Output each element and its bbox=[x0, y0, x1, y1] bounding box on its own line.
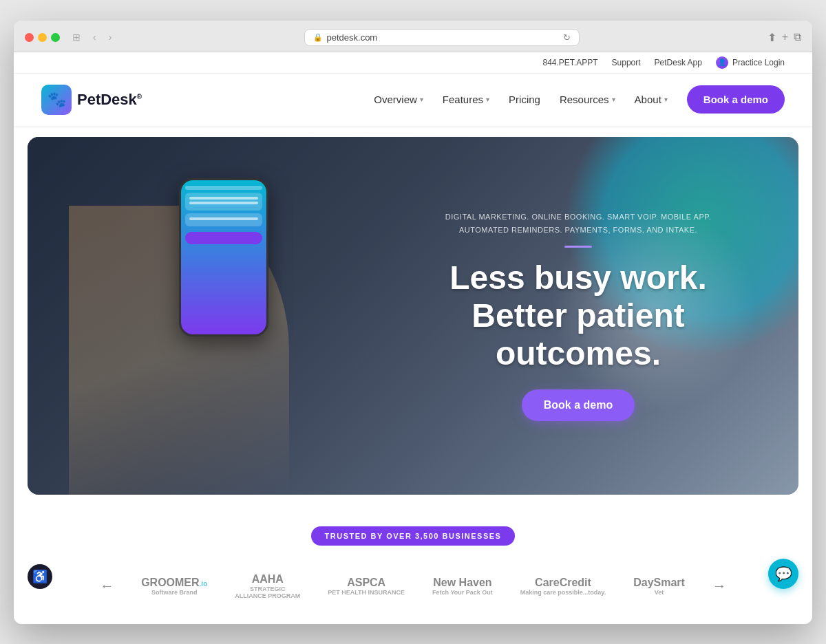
browser-controls: ⊞ ‹ › bbox=[68, 30, 116, 44]
phone-mockup bbox=[179, 178, 268, 336]
lock-icon: 🔒 bbox=[313, 33, 323, 42]
website-content: 844.PET.APPT Support PetDesk App 👤 Pract… bbox=[14, 52, 812, 624]
phone-card-line bbox=[189, 197, 258, 200]
nav-pricing[interactable]: Pricing bbox=[509, 94, 540, 105]
partner-sub: STRATEGICALLIANCE PROGRAM bbox=[235, 586, 300, 599]
phone-card-line bbox=[189, 202, 258, 204]
partner-logo-newhaven: New Haven Fetch Your Pack Out bbox=[432, 577, 493, 596]
nav-features[interactable]: Features ▾ bbox=[443, 94, 489, 105]
tabs-icon[interactable]: ⧉ bbox=[794, 31, 801, 44]
practice-login-icon: 👤 bbox=[716, 56, 728, 69]
sidebar-toggle[interactable]: ⊞ bbox=[68, 30, 85, 44]
partner-sub: PET HEALTH INSURANCE bbox=[328, 589, 405, 596]
nav-resources[interactable]: Resources ▾ bbox=[560, 94, 615, 105]
practice-login-label: Practice Login bbox=[732, 58, 785, 67]
traffic-lights bbox=[25, 33, 60, 42]
new-tab-icon[interactable]: + bbox=[782, 31, 788, 44]
phone-card-line bbox=[189, 217, 258, 220]
nav-overview[interactable]: Overview ▾ bbox=[374, 94, 423, 105]
nav-about-label: About bbox=[635, 94, 661, 105]
partner-logo-groomer: GROOMER.io Software Brand bbox=[141, 577, 207, 596]
partner-sub: Software Brand bbox=[141, 589, 207, 596]
phone-screen-card-2 bbox=[185, 213, 262, 226]
phone-link[interactable]: 844.PET.APPT bbox=[543, 58, 598, 67]
partner-name: CareCredit bbox=[535, 577, 591, 588]
phone-screen-bar bbox=[185, 186, 262, 190]
hero-subtitle-line1: DIGITAL MARKETING. ONLINE BOOKING. SMART… bbox=[445, 212, 711, 220]
address-bar[interactable]: 🔒 petdesk.com ↻ bbox=[304, 29, 580, 46]
accessibility-icon: ♿ bbox=[32, 569, 47, 584]
logo-text: PetDesk® bbox=[77, 91, 142, 109]
partner-sub: Fetch Your Pack Out bbox=[432, 589, 493, 596]
refresh-icon[interactable]: ↻ bbox=[563, 32, 571, 43]
chevron-down-icon: ▾ bbox=[612, 96, 615, 103]
partner-logos-row: ← GROOMER.io Software Brand AAHA STRATEG… bbox=[41, 562, 785, 610]
partner-name: DaySmart bbox=[633, 577, 685, 588]
partner-logo-aaha: AAHA STRATEGICALLIANCE PROGRAM bbox=[235, 573, 300, 599]
support-link[interactable]: Support bbox=[612, 58, 641, 67]
hero-divider bbox=[564, 246, 592, 248]
partner-name: AAHA bbox=[252, 573, 284, 585]
partner-sub: Vet bbox=[633, 589, 685, 596]
app-link[interactable]: PetDesk App bbox=[655, 58, 702, 67]
back-button[interactable]: ‹ bbox=[89, 30, 100, 44]
browser-actions: ⬆ + ⧉ bbox=[767, 31, 801, 44]
trusted-section: TRUSTED BY OVER 3,500 BUSINESSES ← GROOM… bbox=[14, 506, 812, 624]
forward-button[interactable]: › bbox=[105, 30, 116, 44]
hero-headline-line1: Less busy work. bbox=[449, 259, 706, 296]
nav-overview-label: Overview bbox=[374, 94, 417, 105]
main-nav: 🐾 PetDesk® Overview ▾ Features ▾ Pricing bbox=[14, 74, 812, 126]
partner-logo-daysmart: DaySmart Vet bbox=[633, 577, 685, 596]
top-bar: 844.PET.APPT Support PetDesk App 👤 Pract… bbox=[14, 52, 812, 74]
logo-icon: 🐾 bbox=[41, 85, 72, 115]
partner-logo-aspca: ASPCA PET HEALTH INSURANCE bbox=[328, 577, 405, 596]
hero-subtitle: DIGITAL MARKETING. ONLINE BOOKING. SMART… bbox=[399, 210, 757, 237]
chevron-down-icon: ▾ bbox=[664, 96, 668, 103]
trusted-badge: TRUSTED BY OVER 3,500 BUSINESSES bbox=[311, 526, 516, 546]
share-icon[interactable]: ⬆ bbox=[767, 31, 776, 44]
chat-icon: 💬 bbox=[775, 566, 792, 582]
accessibility-button[interactable]: ♿ bbox=[28, 564, 52, 589]
browser-window: ⊞ ‹ › 🔒 petdesk.com ↻ ⬆ + ⧉ 844.PET.APPT… bbox=[14, 21, 812, 624]
chat-button[interactable]: 💬 bbox=[768, 559, 798, 589]
nav-links: Overview ▾ Features ▾ Pricing Resources … bbox=[374, 85, 785, 114]
partner-logo-carecredit: CareCredit Making care possible...today. bbox=[520, 577, 606, 596]
url-text: petdesk.com bbox=[327, 32, 378, 43]
nav-about[interactable]: About ▾ bbox=[635, 94, 668, 105]
logos-next-button[interactable]: → bbox=[712, 578, 726, 594]
nav-features-label: Features bbox=[443, 94, 483, 105]
phone-screen-button bbox=[185, 232, 262, 244]
hero-section: DIGITAL MARKETING. ONLINE BOOKING. SMART… bbox=[28, 137, 798, 495]
nav-resources-label: Resources bbox=[560, 94, 609, 105]
practice-login-link[interactable]: 👤 Practice Login bbox=[716, 56, 785, 69]
phone-screen bbox=[181, 180, 266, 334]
maximize-button[interactable] bbox=[51, 33, 60, 42]
logos-prev-button[interactable]: ← bbox=[100, 578, 114, 594]
chevron-down-icon: ▾ bbox=[420, 96, 423, 103]
hero-content: DIGITAL MARKETING. ONLINE BOOKING. SMART… bbox=[399, 210, 757, 420]
partner-name: New Haven bbox=[433, 577, 491, 588]
partner-name: GROOMER.io bbox=[141, 577, 207, 588]
hero-headline: Less busy work. Better patient outcomes. bbox=[399, 259, 757, 373]
close-button[interactable] bbox=[25, 33, 34, 42]
partner-sub: Making care possible...today. bbox=[520, 589, 606, 596]
book-demo-nav-button[interactable]: Book a demo bbox=[687, 85, 785, 114]
hero-subtitle-line2: AUTOMATED REMINDERS. PAYMENTS, FORMS, AN… bbox=[459, 226, 697, 234]
minimize-button[interactable] bbox=[38, 33, 47, 42]
phone-screen-card-1 bbox=[185, 193, 262, 211]
partner-name: ASPCA bbox=[347, 577, 385, 588]
hero-headline-line2: Better patient outcomes. bbox=[472, 297, 684, 372]
book-demo-hero-button[interactable]: Book a demo bbox=[522, 389, 635, 421]
logo[interactable]: 🐾 PetDesk® bbox=[41, 85, 142, 115]
nav-pricing-label: Pricing bbox=[509, 94, 540, 105]
chevron-down-icon: ▾ bbox=[486, 96, 489, 103]
browser-titlebar: ⊞ ‹ › 🔒 petdesk.com ↻ ⬆ + ⧉ bbox=[14, 21, 812, 52]
